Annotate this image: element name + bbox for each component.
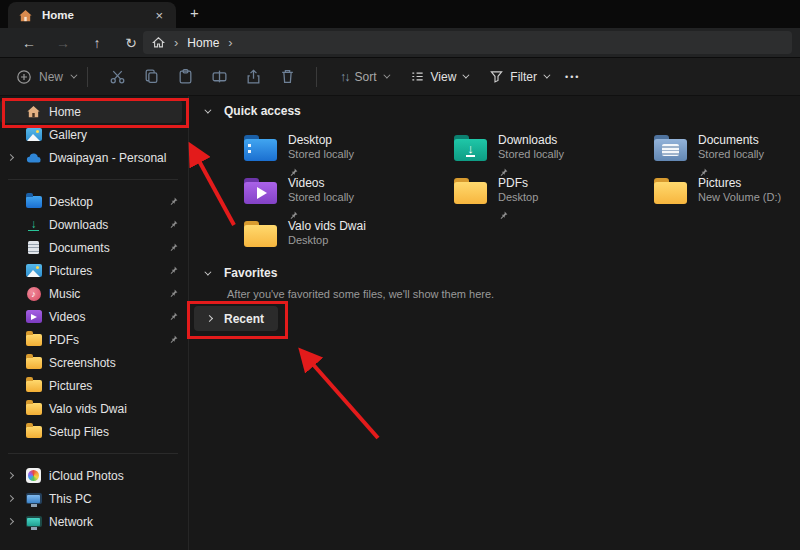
- sidebar-item-documents[interactable]: Documents: [0, 236, 188, 259]
- breadcrumb-location[interactable]: Home: [187, 36, 219, 50]
- sidebar-item-valo-vids-dwai[interactable]: Valo vids Dwai: [0, 397, 188, 420]
- paste-button[interactable]: [168, 68, 202, 85]
- sort-button[interactable]: ↑↓ Sort: [340, 70, 388, 84]
- recent-section-header[interactable]: Recent: [194, 306, 278, 331]
- filter-label: Filter: [510, 70, 537, 84]
- share-button[interactable]: [236, 68, 270, 85]
- sidebar-item-music[interactable]: ♪ Music: [0, 282, 188, 305]
- sidebar-item-label: iCloud Photos: [49, 469, 188, 483]
- tile-name: Pictures: [698, 176, 781, 190]
- content-area: Quick access Desktop Stored locally ↓ Do…: [190, 96, 800, 550]
- sidebar-item-gallery[interactable]: Gallery: [0, 123, 188, 146]
- folder-icon: [454, 182, 487, 204]
- quick-access-grid: Desktop Stored locally ↓ Downloads Store…: [244, 132, 800, 261]
- sidebar-item-pictures-folder[interactable]: Pictures: [0, 374, 188, 397]
- sort-label: Sort: [355, 70, 377, 84]
- address-bar[interactable]: › Home ›: [143, 31, 792, 54]
- tile-name: Documents: [698, 133, 764, 147]
- new-button-label: New: [39, 70, 63, 84]
- tile-name: PDFs: [498, 176, 538, 190]
- sidebar-item-label: Setup Files: [49, 425, 188, 439]
- navigation-pane: Home Gallery Dwaipayan - Personal Deskto…: [0, 96, 189, 550]
- sidebar-item-desktop[interactable]: Desktop: [0, 190, 188, 213]
- breadcrumb-home-icon[interactable]: [152, 36, 165, 49]
- pin-icon: [169, 218, 178, 232]
- sidebar-item-pdfs[interactable]: PDFs: [0, 328, 188, 351]
- chevron-down-icon[interactable]: [204, 268, 211, 275]
- explorer-tab[interactable]: Home ×: [8, 2, 176, 28]
- back-button[interactable]: ←: [12, 35, 46, 51]
- breadcrumb-separator[interactable]: ›: [228, 36, 232, 49]
- sidebar-item-network[interactable]: Network: [0, 510, 188, 533]
- folder-icon: [25, 378, 42, 394]
- favorites-header[interactable]: Favorites: [204, 266, 277, 280]
- favorites-title: Favorites: [224, 266, 277, 280]
- desktop-folder-icon: [25, 194, 42, 210]
- more-options-button[interactable]: •••: [565, 72, 580, 82]
- tile-downloads[interactable]: ↓ Downloads Stored locally: [454, 132, 654, 175]
- copy-button[interactable]: [134, 68, 168, 85]
- music-icon: ♪: [25, 286, 42, 302]
- command-bar: New ↑↓ Sort View Filter •••: [0, 57, 800, 96]
- pin-icon: [169, 195, 178, 209]
- filter-button[interactable]: Filter: [489, 69, 548, 84]
- sidebar-item-icloud-photos[interactable]: iCloud Photos: [0, 464, 188, 487]
- tile-videos[interactable]: Videos Stored locally: [244, 175, 454, 218]
- up-button[interactable]: ↑: [80, 35, 114, 51]
- delete-button[interactable]: [270, 68, 304, 85]
- sidebar-item-home[interactable]: Home: [0, 100, 182, 123]
- tab-title: Home: [42, 9, 143, 21]
- chevron-right-icon[interactable]: [7, 154, 14, 161]
- chevron-right-icon[interactable]: [7, 472, 14, 479]
- sidebar-item-screenshots[interactable]: Screenshots: [0, 351, 188, 374]
- folder-icon: [244, 225, 277, 247]
- tile-name: Downloads: [498, 133, 564, 147]
- document-icon: [25, 240, 42, 256]
- sidebar-item-onedrive[interactable]: Dwaipayan - Personal: [0, 146, 188, 169]
- pin-icon: [169, 264, 178, 278]
- gallery-icon: [25, 127, 42, 143]
- toolbar-divider: [316, 67, 317, 87]
- sidebar-item-downloads[interactable]: ↓ Downloads: [0, 213, 188, 236]
- chevron-down-icon[interactable]: [204, 106, 211, 113]
- downloads-folder-icon: ↓: [454, 139, 487, 161]
- new-button[interactable]: New: [16, 69, 75, 85]
- sidebar-item-pictures[interactable]: Pictures: [0, 259, 188, 282]
- sidebar-item-label: Pictures: [49, 379, 188, 393]
- tile-valo-vids-dwai[interactable]: Valo vids Dwai Desktop: [244, 218, 454, 261]
- downloads-icon: ↓: [25, 217, 42, 233]
- sidebar-item-this-pc[interactable]: This PC: [0, 487, 188, 510]
- sidebar-item-label: Downloads: [49, 218, 169, 232]
- tile-name: Valo vids Dwai: [288, 219, 366, 233]
- sidebar-item-setup-files[interactable]: Setup Files: [0, 420, 188, 443]
- sidebar-item-videos[interactable]: Videos: [0, 305, 188, 328]
- quick-access-header[interactable]: Quick access: [204, 104, 301, 118]
- tile-pictures[interactable]: Pictures New Volume (D:): [654, 175, 800, 218]
- forward-button[interactable]: →: [46, 35, 80, 51]
- sidebar-item-label: Valo vids Dwai: [49, 402, 188, 416]
- rename-button[interactable]: [202, 68, 236, 85]
- pin-icon: [169, 310, 178, 324]
- chevron-right-icon[interactable]: [7, 518, 14, 525]
- cut-button[interactable]: [100, 68, 134, 85]
- chevron-right-icon[interactable]: [206, 315, 213, 322]
- plus-circle-icon: [16, 69, 32, 85]
- tile-documents[interactable]: Documents Stored locally: [654, 132, 800, 175]
- documents-folder-icon: [654, 139, 687, 161]
- tile-subtitle: Stored locally: [498, 148, 564, 160]
- filter-funnel-icon: [489, 69, 504, 84]
- paste-icon: [177, 68, 194, 85]
- tab-close-icon[interactable]: ×: [152, 8, 166, 23]
- videos-icon: [25, 309, 42, 325]
- sidebar-item-label: Home: [49, 105, 182, 119]
- new-tab-button[interactable]: +: [186, 4, 203, 21]
- quick-access-title: Quick access: [224, 104, 301, 118]
- tile-pdfs[interactable]: PDFs Desktop: [454, 175, 654, 218]
- pictures-icon: [25, 263, 42, 279]
- chevron-right-icon[interactable]: [7, 495, 14, 502]
- tile-desktop[interactable]: Desktop Stored locally: [244, 132, 454, 175]
- sidebar-item-label: This PC: [49, 492, 188, 506]
- breadcrumb-separator: ›: [174, 36, 178, 49]
- tile-subtitle: New Volume (D:): [698, 191, 781, 203]
- view-button[interactable]: View: [410, 69, 468, 84]
